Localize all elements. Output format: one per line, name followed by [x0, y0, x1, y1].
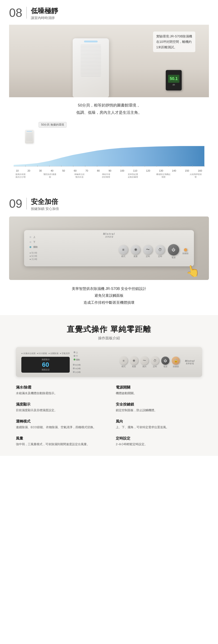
- indicator-light-1: [30, 236, 31, 238]
- feature-wind-title: 風向: [116, 419, 202, 424]
- chart-label-5: 貨車墊起重 起動的轟聲: [128, 173, 138, 178]
- diag-power-btn[interactable]: ⏻: [161, 356, 169, 365]
- indicator-light-2: [30, 241, 31, 243]
- section-number-09: 09: [9, 198, 27, 210]
- btn-lock-label: 按鍵鎖: [182, 252, 188, 255]
- direction-indicators: 上 下 擺動 8小時 4小時 2小時: [73, 351, 81, 374]
- chart-num-130: 130: [159, 169, 163, 172]
- feature-lock: 安全按鍵鎖 鎖定控制面板，防止誤觸機體。: [116, 402, 202, 413]
- diag-timer-label: 定時: [153, 365, 157, 368]
- btn-timer-wrap: ⏱ 定時: [156, 245, 165, 258]
- btn-lock[interactable]: [184, 248, 187, 252]
- dot-2h: [73, 371, 75, 373]
- chart-num-150: 150: [185, 169, 189, 172]
- chart-num-160: 160: [198, 169, 202, 172]
- desc-line1: 50分貝，相等於靜悄的圖書館環境，: [9, 102, 209, 109]
- humidity-setting-label: 濕度設定: [24, 368, 67, 371]
- panel-indicator-down: 下: [30, 240, 38, 244]
- diag-lock-label: 按鍵鎖: [173, 365, 179, 368]
- feature-humidity-title: 濕度顯示: [16, 402, 102, 407]
- timer-dot-8h: 8小時: [73, 364, 81, 366]
- chart-num-100: 100: [120, 169, 124, 172]
- diag-fan-btn[interactable]: ❋: [130, 356, 138, 365]
- chart-label-7: 火砲飛彈發射聲: [189, 173, 202, 178]
- feature-water: 滿水/除霜 水箱滿水及機體自動除霜指示。: [16, 385, 102, 396]
- noise-chart-svg: [14, 145, 204, 168]
- section-title-09: 安全加倍: [31, 198, 59, 206]
- indicator-label-up: 上: [33, 236, 35, 239]
- chart-label-6: 機場附近飛機起飛聲: [156, 173, 171, 178]
- hero-text-overlay: 實驗環境:JR-S70B除濕機 在10坪封閉空間，離機約 1米距離測試。: [153, 32, 195, 52]
- diag-btn-mode: ≡ 模式: [120, 356, 128, 368]
- panel-right-brand: Mistral 美寧家電: [183, 360, 197, 365]
- sound-meter: 50.1 dB: [166, 70, 182, 90]
- brand-mistral-logo: Mistral: [183, 360, 197, 362]
- chart-label-3: 車輛來往頻 繁的街道: [74, 173, 84, 178]
- chart-label-1: 微風吹樹葉 葉的沙沙聲: [16, 173, 26, 178]
- timer-dots: 8小時 4小時 2小時: [73, 364, 81, 374]
- control-panel-detail: 上 下 擺動 ● 8小時 ● 6小時 ● 2小時 Mistral: [24, 230, 194, 266]
- diag-wind-label: 風向: [142, 365, 147, 368]
- chart-num-40: 40: [51, 169, 53, 172]
- btn-mode-wrap: ≡ 模式: [119, 245, 128, 258]
- panel-brand-center: Mistral 美寧家電: [103, 232, 115, 238]
- svg-marker-0: [14, 146, 204, 166]
- panel-indicator-swing: 擺動: [30, 246, 38, 249]
- diag-wind-btn[interactable]: 〜: [140, 356, 149, 365]
- diag-mode-btn[interactable]: ≡: [120, 356, 128, 365]
- panel-indicator-up: 上: [30, 236, 38, 239]
- feature-wind-desc: 上、下、擺角，可依特定需求位置送風。: [116, 425, 202, 430]
- diag-mode-label: 模式: [122, 365, 126, 368]
- dir-down: 下: [74, 355, 78, 358]
- ind-eco: ● ECO節能: [37, 352, 47, 355]
- dot-4h: [73, 368, 75, 369]
- diag-btn-lock: 🔒 按鍵鎖: [172, 356, 180, 368]
- btn-mode[interactable]: ≡: [119, 245, 128, 254]
- dir-up: 上: [74, 351, 78, 354]
- humidity-label: 濕度顯示: [24, 358, 67, 361]
- feature-lock-desc: 鎖定控制面板，防止誤觸機體。: [116, 408, 202, 413]
- btn-power-label: 電源: [171, 256, 176, 259]
- diag-lock-btn[interactable]: 🔒: [172, 356, 180, 365]
- diag-btn-power: ⏻ 電源: [161, 356, 169, 368]
- direct-subtitle: 操作面板介紹: [9, 336, 209, 341]
- indicator-label-swing: 擺動: [33, 246, 38, 249]
- btn-power[interactable]: ⏻: [168, 244, 179, 256]
- section-subtitle-09: 按鍵加鎖 安心加倍: [31, 207, 59, 211]
- feature-power-title: 電源開關: [116, 385, 202, 390]
- dir-swing: 擺動: [74, 358, 80, 361]
- hero-image-08: 50.1 dB 實驗環境:JR-S70B除濕機 在10坪封閉空間，離機約 1米距…: [9, 25, 209, 97]
- direct-section: 直覺式操作 單純零距離 操作面板介紹 ● 水滿水位偵測 ● ECO節能 ● 全關…: [0, 315, 218, 456]
- indicator-label-down: 下: [33, 240, 35, 244]
- section09-desc-line2: 避免兒童誤觸面板: [9, 292, 209, 299]
- chart-num-30: 30: [39, 169, 42, 172]
- panel-indicators-col: 上 下 擺動 ● 8小時 ● 6小時 ● 2小時: [30, 236, 38, 261]
- ind-dehumid: ● 全關除濕: [48, 352, 58, 355]
- btn-timer[interactable]: ⏱: [156, 245, 165, 254]
- timer-6h: ● 6小時: [30, 254, 38, 258]
- dot-down: [74, 355, 75, 357]
- ind-water: ● 水滿水位偵測: [21, 352, 35, 355]
- btn-wind[interactable]: 〜: [143, 245, 152, 254]
- humidity-number: 60: [24, 361, 67, 368]
- chart-label-4: 傳統市場 的吵雜聲: [102, 173, 110, 178]
- btn-fan[interactable]: ❋: [131, 245, 140, 254]
- diag-power-label: 電源: [163, 365, 167, 368]
- section09-desc: 美寧智慧烘衣除濕機 JR-S70B 安全中控鎖設計 避免兒童誤觸面板 造成工作排…: [9, 286, 209, 306]
- diag-btn-timer: ⏱ 定時: [151, 356, 159, 368]
- control-panel-photo: 上 下 擺動 ● 8小時 ● 6小時 ● 2小時 Mistral: [9, 216, 209, 280]
- diag-timer-btn[interactable]: ⏱: [151, 356, 159, 365]
- section-number-08: 08: [9, 7, 27, 18]
- direct-title: 直覺式操作 單純零距離: [9, 324, 209, 334]
- diag-btn-fan: ❋ 風量: [130, 356, 138, 368]
- timer-2h: ● 2小時: [30, 258, 38, 261]
- section-title-block-08: 低噪極靜 讓室內時時清靜: [31, 7, 58, 20]
- btn-mode-label: 模式: [121, 255, 125, 258]
- chart-num-50: 50: [62, 169, 65, 172]
- panel-indicator-list: ● 水滿水位偵測 ● ECO節能 ● 全關除濕 ● 空氣清淨: [21, 352, 70, 355]
- btn-fan-label: 風量: [134, 255, 138, 258]
- feature-mode-desc: 連續除濕、ECO節能、衣物除濕、空氣清淨，四種模式切換。: [16, 425, 102, 430]
- feature-water-title: 滿水/除霜: [16, 385, 102, 390]
- indicator-light-3: [30, 246, 31, 248]
- dot-8h: [73, 364, 75, 366]
